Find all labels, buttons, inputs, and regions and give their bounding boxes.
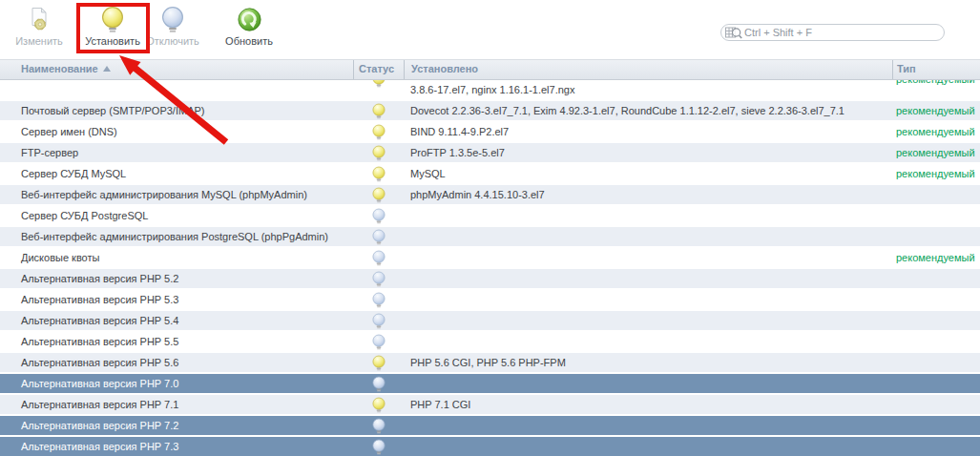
row-type: рекомендуемый (892, 101, 980, 120)
row-installed (404, 269, 892, 288)
bulb-off-status-icon (372, 418, 386, 434)
table-row[interactable]: Сервер имен (DNS) BIND 9.11.4-9.P2.el7 р… (0, 122, 980, 143)
row-status (353, 353, 404, 372)
bulb-on-status-icon (372, 355, 386, 371)
table-row[interactable]: FTP-сервер ProFTP 1.3.5e-5.el7 рекоменду… (0, 143, 980, 164)
column-header-status[interactable]: Статус (353, 60, 404, 79)
edit-button-label: Изменить (8, 35, 71, 47)
table-row[interactable]: Альтернативная версия PHP 7.0 (0, 374, 980, 395)
table-row[interactable]: Альтернативная версия PHP 5.6 PHP 5.6 CG… (0, 353, 980, 374)
row-type (892, 311, 980, 330)
row-type (892, 332, 980, 351)
table-row[interactable]: Альтернативная версия PHP 5.5 (0, 332, 980, 353)
row-name (0, 80, 353, 99)
bulb-on-status-icon (372, 145, 386, 161)
row-installed (404, 437, 892, 456)
row-status (353, 290, 404, 309)
row-name: Альтернативная версия PHP 5.5 (0, 332, 353, 351)
row-type (892, 395, 980, 414)
bulb-off-status-icon (372, 376, 386, 392)
row-type: рекомендуемый (892, 143, 980, 162)
row-status (353, 101, 404, 120)
bulb-on-status-icon (101, 6, 124, 33)
table-row[interactable]: Альтернативная версия PHP 5.3 (0, 290, 980, 311)
row-name: Альтернативная версия PHP 5.4 (0, 311, 353, 330)
row-installed (404, 227, 892, 246)
column-header-status-label: Статус (359, 63, 394, 74)
column-header-installed[interactable]: Установлено (404, 60, 892, 79)
table-row[interactable]: Веб-интерфейс администрирования PostgreS… (0, 227, 980, 248)
table-row[interactable]: Сервер СУБД MySQL MySQL рекомендуемый (0, 164, 980, 185)
row-status (353, 227, 404, 246)
refresh-button[interactable]: Обновить (219, 5, 280, 47)
row-type (892, 437, 980, 456)
row-name: Альтернативная версия PHP 7.1 (0, 395, 353, 414)
toolbar: Изменить Установить Отключить Обновить (0, 0, 980, 59)
bulb-on-status-icon (372, 103, 386, 119)
table-body: 3.8.6-17.el7, nginx 1.16.1-1.el7.ngx рек… (0, 80, 980, 456)
edit-button[interactable]: Изменить (8, 5, 71, 47)
row-name: Альтернативная версия PHP 7.3 (0, 437, 353, 456)
table-row[interactable]: Дисковые квоты рекомендуемый (0, 248, 980, 269)
row-type (892, 206, 980, 225)
row-name: Альтернативная версия PHP 7.2 (0, 416, 353, 435)
row-type (892, 269, 980, 288)
sort-asc-icon (103, 66, 111, 72)
table-row[interactable]: Альтернативная версия PHP 7.1 PHP 7.1 CG… (0, 395, 980, 416)
row-name: Альтернативная версия PHP 5.3 (0, 290, 353, 309)
refresh-icon (219, 5, 280, 34)
app-window: Изменить Установить Отключить Обновить (0, 0, 980, 456)
row-name: Альтернативная версия PHP 5.2 (0, 269, 353, 288)
install-button[interactable]: Установить (80, 5, 145, 47)
edit-icon (8, 5, 71, 34)
row-status (353, 143, 404, 162)
table-row[interactable]: Альтернативная версия PHP 5.4 (0, 311, 980, 332)
table-row[interactable]: Альтернативная версия PHP 7.2 (0, 416, 980, 437)
row-type (892, 374, 980, 393)
bulb-off-status-icon (372, 250, 386, 266)
row-installed (404, 290, 892, 309)
table-row[interactable]: Альтернативная версия PHP 7.3 (0, 437, 980, 456)
row-status (353, 332, 404, 351)
row-installed: MySQL (404, 164, 892, 183)
table-row[interactable]: Альтернативная версия PHP 5.2 (0, 269, 980, 290)
row-installed: Dovecot 2.2.36-3.el7_7.1, Exim 4.92.3-1.… (404, 101, 892, 120)
bulb-on-status-icon (372, 80, 386, 88)
row-type (892, 353, 980, 372)
bulb-on-status-icon (372, 397, 386, 413)
row-status (353, 395, 404, 414)
column-header-name-label: Наименование (21, 63, 98, 74)
row-status (353, 269, 404, 288)
row-installed (404, 206, 892, 225)
row-name: Альтернативная версия PHP 7.0 (0, 374, 353, 393)
bulb-off-status-icon (372, 334, 386, 350)
row-status (353, 164, 404, 183)
row-status (353, 248, 404, 267)
table-row[interactable]: Почтовый сервер (SMTP/POP3/IMAP) Dovecot… (0, 101, 980, 122)
row-name: FTP-сервер (0, 143, 353, 162)
row-status (353, 80, 404, 99)
row-name: Альтернативная версия PHP 5.6 (0, 353, 353, 372)
row-installed: PHP 5.6 CGI, PHP 5.6 PHP-FPM (404, 353, 892, 372)
row-name: Сервер имен (DNS) (0, 122, 353, 141)
row-type: рекомендуемый (892, 164, 980, 183)
table-row[interactable]: Сервер СУБД PostgreSQL (0, 206, 980, 227)
search-input[interactable] (744, 27, 938, 38)
filter-search-icon (725, 27, 742, 39)
column-header-name[interactable]: Наименование (0, 60, 353, 79)
table-row[interactable]: 3.8.6-17.el7, nginx 1.16.1-1.el7.ngx рек… (0, 80, 980, 101)
column-header-type[interactable]: Тип (892, 60, 980, 79)
row-installed (404, 311, 892, 330)
table-row[interactable]: Веб-интерфейс администрирования MySQL (p… (0, 185, 980, 206)
bulb-off-status-icon (372, 271, 386, 287)
row-name: Веб-интерфейс администрирования MySQL (p… (0, 185, 353, 204)
bulb-off-icon (143, 5, 202, 34)
row-installed (404, 374, 892, 393)
row-name: Дисковые квоты (0, 248, 353, 267)
row-type (892, 227, 980, 246)
row-installed (404, 416, 892, 435)
bulb-on-status-icon (372, 187, 386, 203)
bulb-on-status-icon (372, 124, 386, 140)
disable-button[interactable]: Отключить (143, 5, 202, 47)
bulb-off-status-icon (372, 229, 386, 245)
